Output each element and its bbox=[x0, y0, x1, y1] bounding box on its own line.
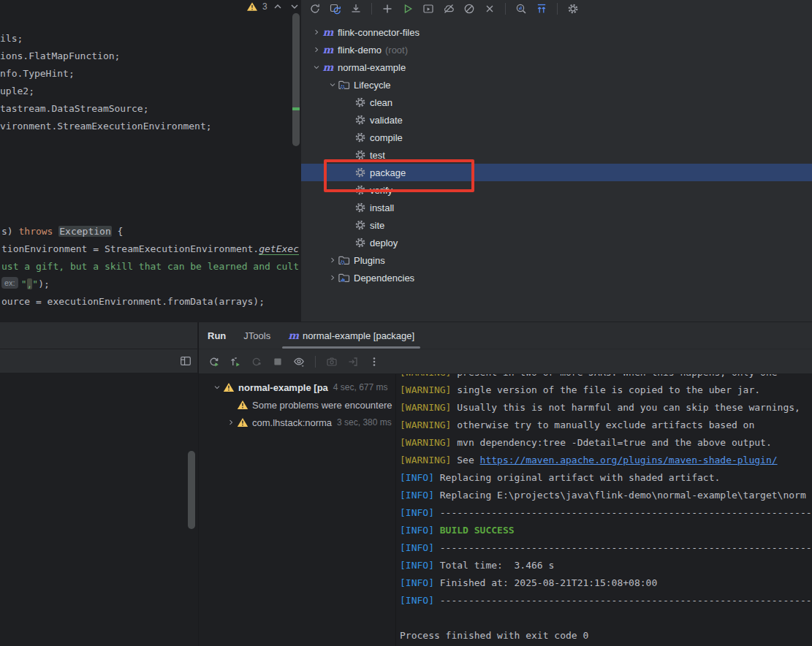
maven-tree-item-deploy[interactable]: deploy bbox=[301, 234, 812, 251]
code-line: uple2; bbox=[0, 83, 212, 100]
maven-tree-item-package[interactable]: package bbox=[301, 164, 812, 181]
layout-icon[interactable] bbox=[179, 354, 192, 368]
screenshot-icon[interactable] bbox=[325, 355, 338, 368]
warning-icon bbox=[237, 417, 248, 428]
download-sources-icon[interactable] bbox=[349, 2, 363, 15]
console-line: [WARNING] mvn dependency:tree -Ddetail=t… bbox=[400, 434, 812, 452]
chevron-up-icon[interactable] bbox=[271, 0, 284, 13]
maven-tree-item-Dependencies[interactable]: Dependencies bbox=[301, 269, 812, 286]
maven-tree-item-site[interactable]: site bbox=[301, 216, 812, 234]
maven-tree-item-Plugins[interactable]: Plugins bbox=[301, 251, 812, 269]
console-output: [WARNING] present in two or more JARs. W… bbox=[396, 374, 812, 645]
console-line: [INFO] Total time: 3.466 s bbox=[400, 557, 812, 574]
rerun-icon[interactable] bbox=[208, 355, 221, 368]
export-icon[interactable] bbox=[346, 355, 360, 368]
maven-toolbar bbox=[301, 0, 812, 18]
warning-icon bbox=[237, 399, 248, 411]
maven-tree-item-verify[interactable]: verify bbox=[301, 181, 812, 199]
tab-jtools[interactable]: JTools bbox=[235, 322, 279, 349]
chevron-spacer bbox=[343, 167, 354, 178]
text-segment: Total time: 3.466 s bbox=[434, 560, 554, 571]
maven-tree-item-compile[interactable]: compile bbox=[301, 129, 812, 146]
more-icon[interactable] bbox=[368, 355, 381, 368]
analyze-dependencies-icon[interactable] bbox=[515, 2, 528, 15]
chevron-right-icon[interactable] bbox=[327, 254, 338, 266]
text-segment: Replacing original artifact with shaded … bbox=[434, 472, 720, 483]
console-line: [WARNING] otherwise try to manually excl… bbox=[400, 417, 812, 434]
text-segment: [WARNING] bbox=[400, 437, 451, 448]
maven-tree-item-install[interactable]: install bbox=[301, 199, 812, 216]
maven-icon: m bbox=[288, 330, 299, 341]
settings-icon[interactable] bbox=[566, 2, 580, 15]
stop-icon[interactable] bbox=[271, 355, 284, 368]
console-line: [WARNING] single version of the file is … bbox=[400, 381, 812, 399]
text-segment: ource = executionEnvironment.fromData(ar… bbox=[1, 296, 265, 307]
show-options-icon[interactable] bbox=[292, 355, 306, 368]
maven-tree-item-flink-connector-files[interactable]: mflink-connector-files bbox=[301, 23, 812, 41]
left-panel-toolbar bbox=[0, 349, 197, 373]
rerun-failed-icon[interactable] bbox=[229, 355, 242, 368]
run-console[interactable]: [WARNING] present in two or more JARs. W… bbox=[396, 374, 812, 646]
skip-tests-icon[interactable] bbox=[463, 2, 476, 15]
text-segment: otherwise try to manually exclude artifa… bbox=[451, 419, 754, 430]
chevron-right-icon[interactable] bbox=[327, 272, 338, 284]
editor-scrollbar[interactable] bbox=[292, 0, 300, 322]
maven-tree-item-validate[interactable]: validate bbox=[301, 111, 812, 129]
chevron-right-icon[interactable] bbox=[311, 26, 322, 38]
text-segment: nfo.TypeHint; bbox=[0, 68, 75, 79]
offline-mode-icon[interactable] bbox=[442, 2, 455, 15]
warning-icon bbox=[246, 0, 259, 13]
text-segment: [INFO] bbox=[400, 525, 434, 536]
tab-normal-example-package-[interactable]: mnormal-example [package] bbox=[279, 322, 423, 349]
tree-item-label: clean bbox=[370, 97, 392, 108]
tree-item-label: validate bbox=[370, 115, 403, 126]
close-icon[interactable] bbox=[483, 2, 496, 15]
maven-tree-item-test[interactable]: test bbox=[301, 146, 812, 164]
editor-scrollbar-thumb[interactable] bbox=[292, 13, 300, 146]
run-tree-item[interactable]: Some problems were encountere bbox=[199, 396, 395, 414]
maven-tree-item-flink-demo[interactable]: mflink-demo(root) bbox=[301, 41, 812, 58]
maven-tree-item-normal-example[interactable]: mnormal-example bbox=[301, 58, 812, 76]
code-line: tionEnvironment = StreamExecutionEnviron… bbox=[1, 240, 299, 258]
reload-projects-icon[interactable] bbox=[329, 2, 342, 15]
console-line: [WARNING] See https://maven.apache.org/p… bbox=[400, 452, 812, 469]
text-segment: " bbox=[32, 278, 38, 289]
run-tree-label: com.lhstack:norma bbox=[252, 417, 332, 428]
goal-icon bbox=[354, 167, 366, 178]
tab-run[interactable]: Run bbox=[199, 322, 235, 349]
chevron-right-icon[interactable] bbox=[225, 417, 237, 428]
chevron-spacer bbox=[343, 184, 354, 196]
ide-window: ils;ions.FlatMapFunction;nfo.TypeHint;up… bbox=[0, 0, 812, 646]
run-content: normal-example [pa4 sec, 677 msSome prob… bbox=[199, 374, 812, 646]
chevron-down-icon[interactable] bbox=[311, 61, 322, 73]
code-line: nfo.TypeHint; bbox=[0, 65, 212, 83]
editor-pane[interactable]: ils;ions.FlatMapFunction;nfo.TypeHint;up… bbox=[0, 0, 300, 322]
add-icon[interactable] bbox=[381, 2, 394, 15]
resume-icon[interactable] bbox=[250, 355, 263, 368]
left-panel-scrollbar-thumb[interactable] bbox=[188, 451, 195, 529]
run-config-icon[interactable] bbox=[422, 2, 435, 15]
text-segment: [INFO] bbox=[400, 542, 434, 553]
chevron-right-icon[interactable] bbox=[311, 44, 322, 56]
code-line: ions.FlatMapFunction; bbox=[0, 48, 212, 65]
console-line bbox=[400, 609, 812, 627]
expand-all-icon[interactable] bbox=[535, 2, 548, 15]
run-tree-item[interactable]: normal-example [pa4 sec, 677 ms bbox=[199, 379, 395, 396]
editor-code-block: s) throws Exception {tionEnvironment = S… bbox=[1, 223, 299, 311]
run-tree-item[interactable]: com.lhstack:norma3 sec, 380 ms bbox=[199, 414, 395, 431]
maven-m-glyph: m bbox=[323, 26, 334, 38]
maven-tree-item-clean[interactable]: clean bbox=[301, 94, 812, 111]
goal-icon bbox=[354, 114, 366, 126]
goal-icon bbox=[354, 219, 366, 231]
maven-tree: mflink-connector-filesmflink-demo(root)m… bbox=[301, 23, 812, 286]
sync-icon[interactable] bbox=[308, 2, 322, 15]
text-segment: ust a gift, but a skill that can be lear… bbox=[1, 261, 299, 272]
tree-item-label: verify bbox=[370, 185, 392, 196]
console-link[interactable]: https://maven.apache.org/plugins/maven-s… bbox=[480, 455, 778, 466]
chevron-down-icon[interactable] bbox=[327, 79, 338, 91]
maven-tree-item-Lifecycle[interactable]: Lifecycle bbox=[301, 76, 812, 94]
tree-item-label: flink-connector-files bbox=[338, 27, 420, 38]
run-goal-icon[interactable] bbox=[401, 2, 414, 15]
text-segment: ----------------------------------------… bbox=[434, 542, 812, 553]
chevron-down-icon[interactable] bbox=[211, 381, 223, 393]
